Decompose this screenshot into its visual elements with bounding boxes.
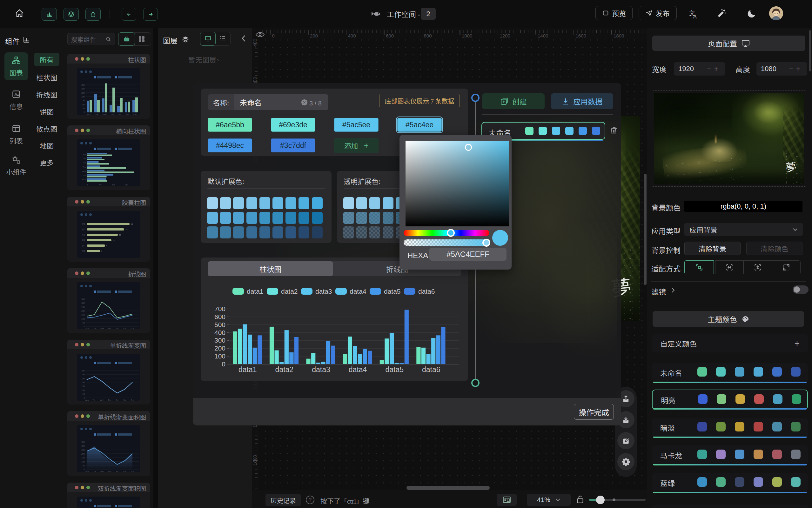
svg-text:12: 12 [113,240,115,241]
svg-text:100: 100 [81,389,85,391]
svg-text:Sun: Sun [130,470,134,472]
svg-text:50: 50 [83,107,85,110]
svg-text:A: A [693,14,697,19]
svg-text:项目: 项目 [82,244,85,247]
svg-text:Thu: Thu [83,166,86,168]
svg-text:项目: 项目 [82,250,85,252]
svg-text:300: 300 [81,88,85,90]
svg-text:Sun: Sun [133,113,137,115]
svg-text:200: 200 [81,95,85,98]
svg-text:Sat: Sat [123,470,126,472]
svg-text:200: 200 [81,381,85,384]
svg-text:Sat: Sat [83,158,86,159]
svg-text:150: 150 [81,385,85,387]
svg-text:350: 350 [81,441,85,443]
svg-text:data6: data6 [422,366,440,374]
svg-text:100: 100 [81,103,85,106]
svg-text:Mon: Mon [82,179,86,181]
svg-text:Fri: Fri [116,470,119,472]
svg-text:300: 300 [81,302,85,304]
svg-text:300: 300 [81,373,85,376]
svg-text:Sun: Sun [130,399,134,401]
svg-text:250: 250 [81,306,85,308]
svg-text:Mon: Mon [85,399,89,401]
svg-text:18: 18 [125,228,128,230]
svg-text:50: 50 [83,393,85,395]
svg-text:20: 20 [131,223,133,225]
svg-text:150: 150 [81,314,85,316]
svg-text:Tue: Tue [93,328,96,329]
svg-text:150: 150 [81,99,85,101]
svg-text:项目: 项目 [82,234,85,236]
svg-text:Wed: Wed [100,399,104,401]
svg-text:100: 100 [81,461,85,463]
svg-text:data2: data2 [275,366,294,374]
svg-text:A: A [14,92,17,97]
svg-text:data4: data4 [349,366,367,374]
svg-text:350: 350 [81,370,85,372]
svg-text:项目: 项目 [82,239,85,242]
svg-text:data5: data5 [385,366,403,374]
svg-text:15: 15 [119,234,121,236]
svg-text:Tue: Tue [93,470,96,472]
svg-text:350: 350 [81,84,85,86]
svg-text:Fri: Fri [116,399,119,401]
svg-text:0: 0 [87,257,88,258]
svg-text:data1: data1 [239,366,257,374]
svg-text:Thu: Thu [108,470,112,472]
svg-text:350: 350 [81,298,85,300]
svg-text:Wed: Wed [82,170,86,172]
svg-text:50: 50 [83,322,85,324]
svg-text:Mon: Mon [85,328,89,329]
svg-text:Thu: Thu [108,328,112,329]
svg-text:250: 250 [81,92,85,94]
svg-text:Sun: Sun [130,328,134,329]
svg-text:50: 50 [99,184,101,186]
svg-text:Tue: Tue [83,175,86,176]
svg-text:Wed: Wed [100,470,104,472]
svg-text:6: 6 [101,250,102,252]
svg-text:项目: 项目 [82,222,85,225]
svg-text:100: 100 [81,318,85,320]
svg-text:Mon: Mon [87,113,91,115]
svg-text:Fri: Fri [119,113,121,115]
svg-text:150: 150 [81,457,85,459]
svg-text:250: 250 [81,378,85,380]
svg-text:700: 700 [214,305,225,312]
svg-text:600: 600 [214,313,225,321]
svg-text:Thu: Thu [110,113,114,115]
svg-text:Sun: Sun [82,153,86,155]
svg-text:Tue: Tue [95,113,99,115]
svg-text:Fri: Fri [84,162,86,164]
svg-text:50: 50 [83,465,85,467]
svg-text:150: 150 [125,184,128,186]
svg-text:500: 500 [214,321,225,328]
svg-text:data3: data3 [312,366,330,374]
svg-text:200: 200 [214,344,225,352]
svg-text:200: 200 [81,453,85,455]
svg-text:Sat: Sat [126,113,129,115]
svg-text:Sat: Sat [123,399,126,401]
svg-text:300: 300 [81,445,85,447]
svg-text:Tue: Tue [93,399,96,401]
svg-text:Fri: Fri [116,328,119,329]
svg-text:Thu: Thu [108,399,112,401]
svg-text:Sat: Sat [123,328,126,329]
svg-text:项目: 项目 [82,228,85,231]
svg-text:300: 300 [214,337,225,344]
svg-text:100: 100 [214,352,225,360]
svg-text:0: 0 [84,111,85,113]
svg-text:Wed: Wed [102,113,107,115]
svg-text:400: 400 [214,329,225,336]
svg-text:Wed: Wed [100,328,104,329]
svg-text:200: 200 [81,310,85,312]
svg-text:60: 60 [125,257,127,258]
svg-text:9: 9 [106,245,108,247]
svg-text:Mon: Mon [85,470,89,472]
svg-text:40: 40 [112,257,114,258]
svg-text:0: 0 [87,184,88,186]
svg-text:100: 100 [112,184,116,186]
svg-text:20: 20 [99,257,101,258]
svg-text:0: 0 [222,361,225,368]
svg-text:250: 250 [81,449,85,451]
